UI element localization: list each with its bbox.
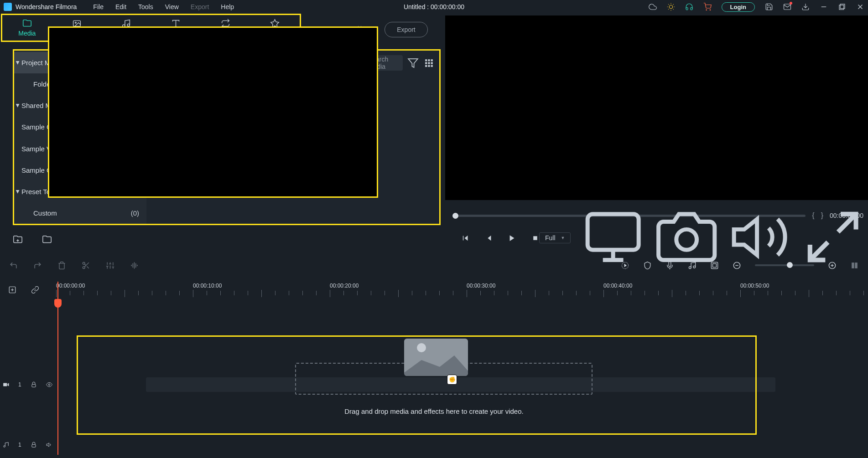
svg-rect-25 xyxy=(431,62,433,64)
menu-tools[interactable]: Tools xyxy=(138,3,153,10)
drag-ghost-thumbnail xyxy=(404,339,468,376)
headset-icon[interactable] xyxy=(685,3,693,11)
svg-line-43 xyxy=(810,242,827,260)
filter-icon[interactable] xyxy=(407,57,419,69)
export-button[interactable]: Export xyxy=(385,22,428,37)
svg-rect-23 xyxy=(425,62,427,64)
minimize-icon[interactable] xyxy=(820,3,828,11)
svg-rect-82 xyxy=(32,384,36,387)
folder-icon xyxy=(22,19,32,28)
svg-point-11 xyxy=(75,22,76,23)
svg-point-84 xyxy=(4,446,5,448)
new-folder-icon[interactable] xyxy=(13,235,23,245)
timeline-instruction: Drag and drop media and effects here to … xyxy=(0,407,868,415)
lock-icon[interactable] xyxy=(31,381,37,388)
mode-icon[interactable] xyxy=(710,261,719,270)
tab-media-label: Media xyxy=(18,30,36,37)
svg-point-67 xyxy=(693,266,696,268)
tab-media[interactable]: Media xyxy=(2,16,52,40)
svg-rect-3 xyxy=(784,4,791,10)
svg-rect-85 xyxy=(32,444,36,447)
step-back-icon[interactable] xyxy=(462,234,469,242)
svg-marker-32 xyxy=(464,235,468,240)
lock-icon[interactable] xyxy=(31,442,37,448)
menu-edit[interactable]: Edit xyxy=(115,3,126,10)
undo-icon[interactable] xyxy=(9,261,18,270)
voiceover-icon[interactable] xyxy=(665,261,674,270)
zoom-out-icon[interactable] xyxy=(733,261,741,270)
svg-point-13 xyxy=(127,24,130,26)
adjust-icon[interactable] xyxy=(106,261,114,270)
grab-cursor-icon: ✊ xyxy=(447,375,457,385)
playhead-line[interactable] xyxy=(57,282,58,455)
svg-rect-27 xyxy=(428,65,430,67)
menu-export: Export xyxy=(191,3,209,10)
grid-view-icon[interactable] xyxy=(423,57,435,69)
play-reverse-icon[interactable] xyxy=(485,234,493,242)
cloud-icon[interactable] xyxy=(649,3,657,11)
menu-file[interactable]: File xyxy=(93,3,104,10)
menu-bar: File Edit Tools View Export Help xyxy=(93,3,234,10)
app-name: Wondershare Filmora xyxy=(16,3,77,10)
app-logo-icon xyxy=(4,3,12,11)
audio-mixer-icon[interactable] xyxy=(688,261,696,270)
stop-icon[interactable] xyxy=(531,234,539,242)
svg-point-1 xyxy=(706,10,707,10)
cart-icon[interactable] xyxy=(703,3,712,11)
timeline-ruler[interactable]: 00:00:00:0000:00:10:0000:00:20:0000:00:3… xyxy=(0,281,868,299)
svg-point-44 xyxy=(83,262,85,264)
marker-icon[interactable] xyxy=(643,261,652,270)
video-track-icon xyxy=(3,381,9,388)
svg-marker-41 xyxy=(734,219,757,255)
eye-icon[interactable] xyxy=(46,381,52,388)
svg-point-66 xyxy=(689,266,691,268)
redo-icon[interactable] xyxy=(33,261,42,270)
zoom-fit-icon[interactable] xyxy=(850,261,859,270)
svg-marker-81 xyxy=(8,383,9,386)
split-icon[interactable] xyxy=(82,261,90,270)
title-bar: Wondershare Filmora File Edit Tools View… xyxy=(0,0,868,14)
svg-marker-86 xyxy=(47,443,49,447)
zoom-slider[interactable] xyxy=(755,264,814,266)
audio-track-icon xyxy=(3,442,9,448)
svg-line-47 xyxy=(87,266,88,268)
preview-quality-label: Full xyxy=(545,234,556,242)
add-track-icon[interactable] xyxy=(8,286,16,294)
maximize-icon[interactable] xyxy=(838,3,846,11)
tree-tools xyxy=(13,235,52,245)
svg-rect-37 xyxy=(588,214,639,250)
tips-icon[interactable] xyxy=(667,3,675,11)
audio-track-number: 1 xyxy=(18,442,21,448)
download-icon[interactable] xyxy=(801,3,810,11)
close-icon[interactable] xyxy=(856,3,864,11)
link-icon[interactable] xyxy=(31,286,39,294)
svg-rect-21 xyxy=(428,59,430,61)
folder-actions-icon[interactable] xyxy=(42,235,52,245)
svg-point-83 xyxy=(48,384,50,386)
tree-item[interactable]: Custom(0) xyxy=(14,202,146,224)
preview-viewport[interactable] xyxy=(48,26,378,198)
svg-marker-34 xyxy=(488,235,491,240)
zoom-in-icon[interactable] xyxy=(828,261,837,270)
play-icon[interactable] xyxy=(508,234,516,242)
save-icon[interactable] xyxy=(765,3,773,11)
menu-help[interactable]: Help xyxy=(221,3,234,10)
svg-rect-20 xyxy=(425,59,427,61)
login-button[interactable]: Login xyxy=(722,2,755,12)
svg-point-0 xyxy=(669,5,673,9)
playhead-handle[interactable] xyxy=(54,299,62,308)
audio-track: 1 xyxy=(0,437,868,452)
audio-edit-icon[interactable] xyxy=(130,261,139,270)
svg-marker-35 xyxy=(510,235,515,241)
mail-icon[interactable] xyxy=(783,3,791,11)
speaker-icon[interactable] xyxy=(46,442,52,448)
scrubber-thumb[interactable] xyxy=(452,213,458,219)
zoom-thumb[interactable] xyxy=(787,262,793,268)
timeline-toolbar xyxy=(0,258,868,272)
svg-point-40 xyxy=(676,229,697,250)
preview-quality-dropdown[interactable]: Full▼ xyxy=(539,232,571,243)
menu-view[interactable]: View xyxy=(165,3,179,10)
delete-icon[interactable] xyxy=(57,261,66,270)
render-icon[interactable] xyxy=(621,261,629,270)
preview-panel xyxy=(445,15,868,200)
